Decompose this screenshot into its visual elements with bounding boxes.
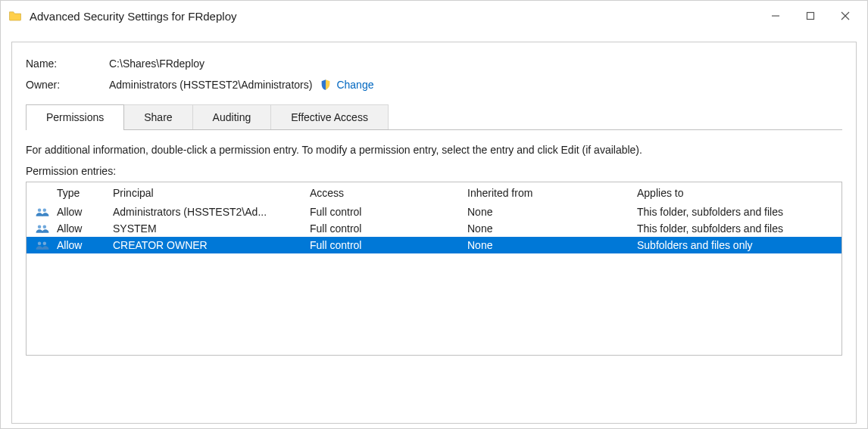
cell-inherited: None [463,239,632,251]
cell-applies: This folder, subfolders and files [632,206,837,218]
cell-type: Allow [52,222,108,235]
cell-type: Allow [52,206,108,218]
svg-rect-1 [807,13,814,20]
tab-permissions[interactable]: Permissions [26,104,124,129]
svg-point-6 [38,225,42,229]
cell-principal: SYSTEM [108,222,305,235]
window-title: Advanced Security Settings for FRdeploy [30,10,758,23]
svg-point-5 [43,209,47,213]
owner-value: Administrators (HSSTEST2\Administrators) [109,79,312,91]
svg-point-4 [38,209,42,213]
table-row[interactable]: AllowSYSTEMFull controlNoneThis folder, … [27,220,841,237]
principal-icon [27,207,52,217]
name-value: C:\Shares\FRdeploy [109,58,205,70]
tab-auditing[interactable]: Auditing [192,104,272,129]
table-row[interactable]: AllowCREATOR OWNERFull controlNoneSubfol… [27,237,841,253]
cell-applies: Subfolders and files only [632,239,837,251]
content-panel: Name: C:\Shares\FRdeploy Owner: Administ… [11,42,857,424]
svg-point-8 [38,242,42,246]
table-row[interactable]: AllowAdministrators (HSSTEST2\Ad...Full … [27,204,841,220]
name-label: Name: [26,58,109,70]
principal-icon [27,240,52,250]
minimize-button[interactable] [758,4,793,28]
tab-effective-access[interactable]: Effective Access [270,104,389,129]
title-bar: Advanced Security Settings for FRdeploy [1,1,867,31]
principal-icon [27,223,52,234]
col-applies[interactable]: Applies to [632,187,837,199]
cell-applies: This folder, subfolders and files [632,222,837,235]
col-principal[interactable]: Principal [108,187,305,199]
tab-strip: Permissions Share Auditing Effective Acc… [26,104,842,130]
col-inherited[interactable]: Inherited from [463,187,632,199]
tab-share[interactable]: Share [123,104,192,129]
shield-icon [320,79,332,91]
col-access[interactable]: Access [305,187,463,199]
owner-label: Owner: [26,79,109,91]
table-header: Type Principal Access Inherited from App… [27,182,841,204]
cell-principal: CREATOR OWNER [108,239,305,251]
cell-inherited: None [463,222,632,235]
cell-type: Allow [52,239,108,251]
cell-principal: Administrators (HSSTEST2\Ad... [108,206,305,218]
close-button[interactable] [828,4,863,28]
description-text: For additional information, double-click… [26,144,842,156]
cell-access: Full control [305,222,463,235]
entries-label: Permission entries: [26,165,842,177]
change-owner-link[interactable]: Change [320,79,373,91]
maximize-button[interactable] [793,4,828,28]
col-type[interactable]: Type [52,187,108,199]
svg-point-9 [43,242,47,246]
folder-icon [8,9,22,23]
cell-access: Full control [305,206,463,218]
permission-entries-table[interactable]: Type Principal Access Inherited from App… [26,182,842,356]
cell-access: Full control [305,239,463,251]
cell-inherited: None [463,206,632,218]
svg-point-7 [43,225,47,229]
change-label: Change [336,79,373,91]
